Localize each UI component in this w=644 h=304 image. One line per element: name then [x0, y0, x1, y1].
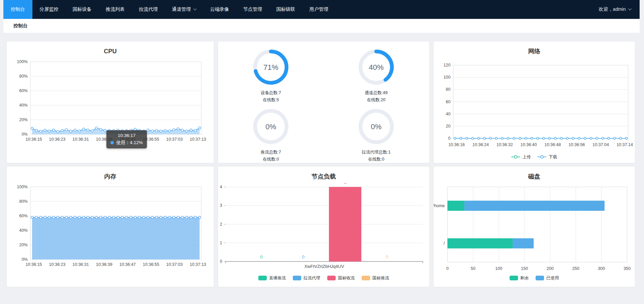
legend-item[interactable]: 剩余	[510, 275, 529, 281]
disk-panel: 磁盘 050100150200250300350/home/ 剩余已使用	[434, 167, 635, 287]
svg-text:10:36:23: 10:36:23	[49, 137, 66, 142]
legend-swatch-icon	[536, 276, 544, 280]
nav-item-6[interactable]: 云端录像	[203, 0, 236, 19]
svg-text:10:37:13: 10:37:13	[190, 137, 206, 142]
donut-gauge: 0%	[357, 108, 395, 145]
svg-text:10:37:04: 10:37:04	[593, 142, 609, 147]
svg-text:0: 0	[448, 136, 450, 141]
svg-text:20: 20	[446, 124, 450, 129]
legend-label: 上传	[522, 154, 531, 160]
svg-text:0%: 0%	[371, 122, 382, 131]
svg-text:10:36:48: 10:36:48	[544, 142, 561, 147]
svg-text:0: 0	[260, 254, 262, 259]
svg-text:10:36:16: 10:36:16	[448, 142, 465, 147]
svg-text:10:36:31: 10:36:31	[73, 137, 89, 142]
nav-item-3[interactable]: 推流列表	[99, 0, 132, 19]
svg-text:4: 4	[220, 185, 222, 189]
nav-item-5[interactable]: 通道管理	[165, 0, 203, 19]
disk-chart[interactable]: 050100150200250300350/home/	[434, 183, 635, 287]
svg-text:120: 120	[443, 63, 450, 67]
svg-text:2: 2	[220, 222, 222, 227]
legend-line-icon	[538, 155, 546, 159]
svg-text:71%: 71%	[263, 63, 278, 72]
donut-gauge: 0%	[252, 108, 290, 145]
svg-text:80: 80	[446, 87, 450, 92]
legend-item[interactable]: 下载	[538, 154, 557, 160]
gauges-panel: 71%设备总数:7在线数:540%通道总数:49在线数:200%推流总数:7在线…	[218, 42, 429, 163]
svg-text:20%: 20%	[19, 117, 28, 122]
nav-item-9[interactable]: 用户管理	[302, 0, 335, 19]
nav-item-label: 用户管理	[309, 6, 328, 12]
svg-text:10:37:13: 10:37:13	[190, 262, 206, 267]
node-load-chart[interactable]: 432100040XwFtVZrtZbHJq4UV	[218, 183, 429, 287]
svg-text:10:36:55: 10:36:55	[143, 262, 159, 267]
svg-text:0%: 0%	[22, 257, 28, 262]
nav-item-2[interactable]: 国标设备	[66, 0, 99, 19]
nav-item-0[interactable]: 控制台	[3, 0, 32, 19]
svg-text:0: 0	[302, 254, 304, 259]
svg-text:/: /	[444, 241, 445, 246]
svg-text:80%: 80%	[19, 74, 28, 79]
donut-gauge: 71%	[252, 48, 290, 86]
legend-item[interactable]: 国标收流	[327, 275, 355, 281]
legend-item[interactable]: 上传	[511, 154, 531, 160]
legend-item[interactable]: 已使用	[536, 275, 559, 281]
legend-swatch-icon	[362, 276, 370, 280]
svg-text:10:36:31: 10:36:31	[73, 262, 89, 267]
chevron-down-icon	[628, 7, 632, 10]
nav-item-4[interactable]: 拉流代理	[132, 0, 165, 19]
memory-panel: 内存 100%80%60%40%20%0%10:36:1510:36:2310:…	[7, 167, 214, 287]
legend-item[interactable]: 直播推流	[258, 275, 286, 281]
svg-text:100%: 100%	[17, 185, 28, 189]
svg-text:60%: 60%	[19, 88, 28, 93]
gauge-cell-3: 0%拉流代理总数:1在线数:0	[324, 108, 429, 163]
app-page: 控制台分屏监控国标设备推流列表拉流代理通道管理云端录像节点管理国标级联用户管理 …	[3, 0, 640, 287]
breadcrumb: 控制台	[3, 19, 640, 33]
nav-item-label: 通道管理	[172, 6, 191, 12]
svg-text:10:36:47: 10:36:47	[119, 262, 136, 267]
gauge-cell-1: 40%通道总数:49在线数:20	[324, 48, 429, 104]
svg-text:10:36:39: 10:36:39	[96, 262, 112, 267]
legend-swatch-icon	[510, 276, 518, 280]
svg-text:0: 0	[220, 259, 222, 264]
svg-text:10:36:56: 10:36:56	[568, 142, 585, 147]
network-chart[interactable]: 12010080604020010:36:1610:36:2410:36:321…	[434, 58, 635, 163]
welcome-label: 欢迎，admin	[599, 6, 626, 12]
svg-text:350: 350	[624, 266, 631, 271]
page-title: 控制台	[14, 23, 28, 29]
network-panel: 网络 12010080604020010:36:1610:36:2410:36:…	[434, 42, 635, 163]
nav-item-1[interactable]: 分屏监控	[32, 0, 66, 19]
legend-item[interactable]: 拉流代理	[293, 275, 320, 281]
svg-text:300: 300	[598, 266, 605, 271]
svg-text:60: 60	[446, 100, 450, 104]
node-load-panel: 节点负载 432100040XwFtVZrtZbHJq4UV 直播推流拉流代理国…	[218, 167, 429, 287]
legend-line-icon	[511, 155, 520, 159]
gauge-caption: 设备总数:7在线数:5	[261, 89, 281, 104]
memory-chart[interactable]: 100%80%60%40%20%0%10:36:1510:36:2310:36:…	[7, 183, 214, 287]
nav-item-7[interactable]: 节点管理	[236, 0, 269, 19]
svg-text:0%: 0%	[22, 132, 28, 137]
network-legend: 上传下载	[434, 154, 635, 160]
cpu-panel-title: CPU	[7, 42, 214, 58]
gauge-cell-2: 0%推流总数:7在线数:0	[218, 108, 324, 163]
nav-item-label: 拉流代理	[139, 6, 158, 12]
legend-item[interactable]: 国标推流	[362, 275, 389, 281]
gauge-caption: 通道总数:49在线数:20	[365, 89, 387, 104]
svg-text:0: 0	[446, 266, 449, 271]
svg-text:40%: 40%	[19, 228, 28, 233]
user-menu[interactable]: 欢迎，admin	[599, 0, 640, 19]
nav-item-8[interactable]: 国标级联	[269, 0, 302, 19]
svg-text:10:36:15: 10:36:15	[26, 137, 42, 142]
legend-label: 下载	[549, 154, 557, 160]
donut-gauge: 40%	[357, 48, 395, 86]
gauge-caption: 拉流代理总数:1在线数:0	[362, 149, 390, 163]
svg-text:XwFtVZrtZbHJq4UV: XwFtVZrtZbHJq4UV	[304, 264, 344, 269]
nav-item-label: 国标设备	[73, 6, 92, 12]
dashboard-grid: CPU 100%80%60%40%20%0%10:36:1510:36:2310…	[3, 33, 640, 287]
svg-text:10:36:24: 10:36:24	[472, 142, 489, 147]
svg-text:10:37:03: 10:37:03	[166, 137, 183, 142]
nav-item-label: 国标级联	[276, 6, 295, 12]
svg-text:100%: 100%	[17, 59, 28, 64]
legend-swatch-icon	[258, 276, 267, 280]
tooltip-time: 10:36:17	[110, 132, 143, 139]
